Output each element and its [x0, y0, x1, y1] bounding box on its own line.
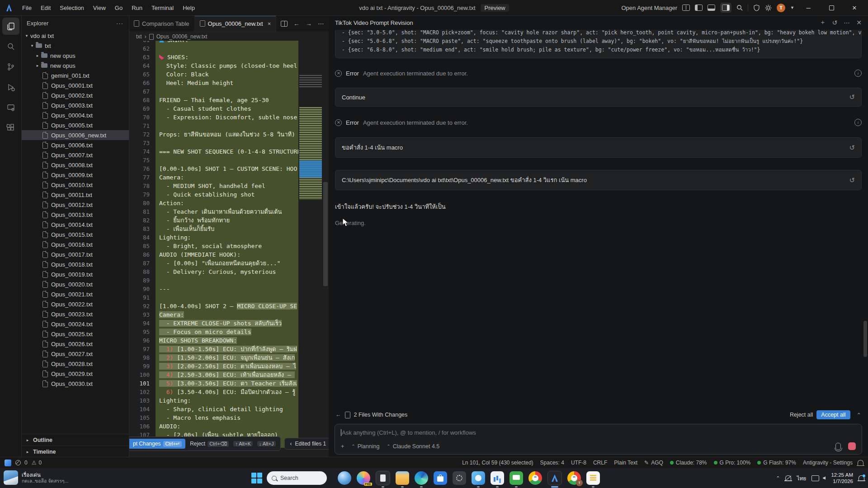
antigravity-taskbar-icon[interactable]: [547, 471, 562, 485]
editor-line-86[interactable]: 86AUDIO (IMMEDIATE HOOK):: [129, 250, 298, 259]
close-tab-icon[interactable]: ×: [268, 20, 271, 27]
tree-item-opus_00014-txt[interactable]: Opus_00014.txt: [21, 220, 129, 230]
tree-item-opus_00027-txt[interactable]: Opus_00027.txt: [21, 349, 129, 359]
editor-line-97[interactable]: 97 1) [1.00-1.50s] ECU: ปากที่กำลังพูด —…: [129, 345, 298, 353]
tree-item-opus_00008-txt[interactable]: Opus_00008.txt: [21, 160, 129, 170]
editor-line-78[interactable]: 78 - MEDIUM SHOT, handheld feel: [129, 182, 298, 190]
tree-item-opus_00023-txt[interactable]: Opus_00023.txt: [21, 309, 129, 319]
tab-comparison-table[interactable]: Comparison Table: [129, 15, 195, 32]
tree-item-new-opus[interactable]: ▸new opus: [21, 51, 129, 61]
notification-center-icon[interactable]: [859, 475, 864, 481]
shield-icon[interactable]: [753, 5, 760, 11]
panel-left-icon[interactable]: [695, 5, 703, 11]
tree-item-txt[interactable]: ▾txt: [21, 41, 129, 51]
menu-help[interactable]: Help: [179, 3, 199, 13]
editor-line-99[interactable]: 99 3) [2.00-2.50s] ECU: ตาเพื่อนมองหลบ —…: [129, 362, 298, 371]
editor-line-76[interactable]: 76[0.00-1.00s] SHOT 1 — CUSTOM SCENE: HO…: [129, 164, 298, 173]
editor-line-84[interactable]: 84Lighting:: [129, 233, 298, 242]
search-icon[interactable]: [736, 5, 743, 11]
tree-item-opus_00004-txt[interactable]: Opus_00004.txt: [21, 110, 129, 120]
minimap[interactable]: [299, 58, 322, 457]
status-gpro-quota[interactable]: G Pro: 100%: [714, 460, 751, 466]
editor-line-93[interactable]: 93Camera:: [129, 310, 298, 319]
retry-icon[interactable]: ↺: [849, 176, 855, 184]
tree-item-opus_00006_new-txt[interactable]: Opus_00006_new.txt: [21, 130, 129, 140]
explorer-taskbar-icon[interactable]: [396, 471, 409, 485]
editor-line-68[interactable]: 68FRIEND — Thai female, age 25-30: [129, 96, 298, 104]
gear-icon[interactable]: [765, 5, 772, 11]
tree-item-opus_00001-txt[interactable]: Opus_00001.txt: [21, 80, 129, 90]
editor-line-79[interactable]: 79 - Quick establishing shot: [129, 190, 298, 199]
panel-right-toggle[interactable]: [720, 3, 731, 13]
prev-change-button[interactable]: ↑ Alt+K: [233, 441, 253, 446]
reject-changes-button[interactable]: Reject Ctrl+⌫: [190, 441, 229, 447]
next-change-button[interactable]: ↓ Alt+J: [257, 441, 276, 446]
notes-taskbar-icon[interactable]: [586, 471, 600, 485]
tree-item-opus_00029-txt[interactable]: Opus_00029.txt: [21, 369, 129, 379]
editor-line-69[interactable]: 69 - Casual student clothes: [129, 104, 298, 113]
reject-all-button[interactable]: Reject all: [790, 412, 813, 418]
editor-line-75[interactable]: 75: [129, 156, 298, 164]
menu-go[interactable]: Go: [111, 3, 127, 13]
editor-line-82[interactable]: 82 - ยิ้มกว้าง พร้อมทักทาย: [129, 216, 298, 225]
editor-line-63[interactable]: 63SHOES:: [129, 53, 298, 61]
tree-item-opus_00012-txt[interactable]: Opus_00012.txt: [21, 200, 129, 210]
run-debug-icon[interactable]: [2, 79, 19, 96]
history-icon[interactable]: ↺: [832, 19, 838, 26]
status-claude-quota[interactable]: Claude: 78%: [670, 460, 707, 466]
notifications-bell-icon[interactable]: [858, 460, 863, 465]
volume-icon[interactable]: [823, 476, 826, 480]
editor-line-90[interactable]: 90---: [129, 285, 298, 293]
menu-selection[interactable]: Selection: [56, 3, 88, 13]
tree-item-opus_00025-txt[interactable]: Opus_00025.txt: [21, 329, 129, 339]
tree-item-opus_00026-txt[interactable]: Opus_00026.txt: [21, 339, 129, 349]
chrome-profile-taskbar-icon[interactable]: T: [567, 471, 581, 485]
model-selector[interactable]: ⌃Claude Sonnet 4.5: [387, 443, 439, 450]
editor-line-72[interactable]: 72Props: ยาสีฟันขอหอม (แสดงในช่วง 5-8 วิ…: [129, 130, 298, 139]
editor-line-104[interactable]: 104 - Sharp, clinical detail lighting: [129, 405, 298, 413]
editor-line-85[interactable]: 85 - Bright, social atmosphere: [129, 242, 298, 250]
editor-line-65[interactable]: 65 Color: Black: [129, 70, 298, 79]
menu-run[interactable]: Run: [127, 3, 146, 13]
clock[interactable]: 12:25 AM 1/7/2026: [831, 472, 853, 484]
source-control-icon[interactable]: [2, 58, 19, 75]
maximize-button[interactable]: [822, 0, 840, 15]
panel-more-icon[interactable]: ⋯: [844, 19, 850, 26]
status-cursor-position[interactable]: Ln 101, Col 59 (430 selected): [462, 460, 533, 466]
editor-line-64[interactable]: 64 Style: Classic pumps (closed-toe heel: [129, 61, 298, 70]
tree-item-new-opus[interactable]: ▸new opus: [21, 61, 129, 70]
mode-selector[interactable]: ⌃Planning: [351, 443, 379, 450]
editor-line-73[interactable]: 73: [129, 139, 298, 147]
menu-terminal[interactable]: Terminal: [147, 3, 178, 13]
edge-taskbar-icon[interactable]: [415, 471, 428, 485]
editor-scrollbar[interactable]: [322, 58, 329, 457]
timeline-section[interactable]: ▸Timeline: [21, 446, 129, 457]
tree-item-opus_00013-txt[interactable]: Opus_00013.txt: [21, 210, 129, 220]
widgets-button[interactable]: เรื่องเด่น กดเล..ขอลือ จัดสรรๆ...: [4, 470, 68, 485]
split-editor-icon[interactable]: [281, 21, 288, 27]
remote-explorer-icon[interactable]: [2, 99, 19, 116]
editor-line-88[interactable]: 88 - Delivery: Curious, mysterious: [129, 267, 298, 276]
tree-item-opus_00022-txt[interactable]: Opus_00022.txt: [21, 299, 129, 309]
tree-item-opus_00015-txt[interactable]: Opus_00015.txt: [21, 230, 129, 239]
chat-input[interactable]: Ask anything (Ctrl+L), @ to mention, / f…: [335, 424, 862, 455]
prev-file-icon[interactable]: ←: [335, 412, 341, 418]
panel-bottom-icon[interactable]: [708, 5, 715, 11]
close-button[interactable]: ✕: [845, 0, 863, 15]
tree-item-vdo-ai-txt[interactable]: ▾vdo ai txt: [21, 31, 129, 41]
user-message[interactable]: C:\Users\sjminipc\Documents\vdo ai txt\t…: [335, 170, 862, 190]
editor-line-101[interactable]: 101 5) [3.00-3.50s] ECU: ตา Teacher เริ่…: [129, 379, 298, 388]
editor-line-89[interactable]: 89: [129, 276, 298, 285]
tree-item-opus_00018-txt[interactable]: Opus_00018.txt: [21, 259, 129, 269]
stop-button[interactable]: [848, 442, 856, 450]
tree-item-opus_00024-txt[interactable]: Opus_00024.txt: [21, 319, 129, 329]
editor-line-67[interactable]: 67: [129, 87, 298, 96]
hidden-icons-chevron[interactable]: ⌃: [776, 475, 780, 481]
monitor-taskbar-icon[interactable]: [491, 471, 504, 485]
editor-line-71[interactable]: 71: [129, 122, 298, 130]
editor-line-62[interactable]: 62: [129, 44, 298, 53]
tree-item-opus_00021-txt[interactable]: Opus_00021.txt: [21, 289, 129, 299]
editor-line-94[interactable]: 94 - EXTREME CLOSE-UP shots สลับกันเร็ว: [129, 319, 298, 328]
avatar[interactable]: T: [777, 4, 785, 12]
chevron-down-icon[interactable]: ▼: [790, 5, 794, 10]
